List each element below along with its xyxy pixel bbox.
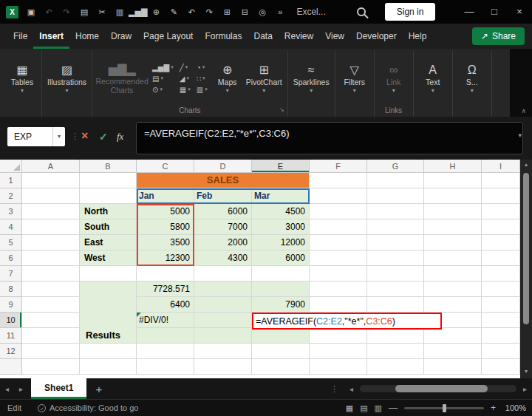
globe-icon[interactable]: ⊕	[147, 0, 165, 24]
cell-I6[interactable]	[482, 250, 520, 266]
cell-C5[interactable]: 3500	[137, 235, 194, 250]
undo-icon[interactable]: ↶	[40, 0, 58, 24]
cell-C9[interactable]: 6400	[137, 297, 194, 313]
sparklines-button[interactable]: ≈Sparklines▾	[291, 62, 332, 95]
cell-B4[interactable]: South	[80, 219, 137, 235]
link-button[interactable]: ∞Link▾	[378, 62, 410, 95]
cell-E2[interactable]: Mar	[252, 188, 310, 204]
cell-G7[interactable]	[367, 266, 424, 282]
cell-I10[interactable]	[482, 313, 520, 328]
pie-chart-icon[interactable]: ◔▾	[197, 64, 208, 72]
sheet-more-icon[interactable]: ⋮	[324, 384, 344, 394]
cell-B1[interactable]	[80, 173, 137, 188]
cell-F1[interactable]	[310, 173, 367, 188]
cell-H8[interactable]	[424, 282, 482, 297]
cell-H6[interactable]	[424, 250, 482, 266]
cell-A6[interactable]	[22, 250, 80, 266]
draw-icon[interactable]: ✎	[165, 0, 183, 24]
cell-G4[interactable]	[367, 219, 424, 235]
cell-G12[interactable]	[367, 344, 424, 359]
cell-F3[interactable]	[310, 204, 367, 219]
sheet-nav-right-icon[interactable]: ▸	[14, 385, 28, 393]
cell-F4[interactable]	[310, 219, 367, 235]
cell-C8[interactable]: 7728.571	[137, 282, 194, 297]
cell-G13[interactable]	[367, 359, 424, 375]
row-header-11[interactable]: 11	[0, 328, 22, 344]
row-header-10[interactable]: 10	[0, 313, 22, 328]
cell-H13[interactable]	[424, 359, 482, 375]
cell-C12[interactable]	[137, 344, 194, 359]
recommended-charts-button[interactable]: ▅▇▂Recommended Charts	[95, 61, 149, 96]
cell-A8[interactable]	[22, 282, 80, 297]
cell-F7[interactable]	[310, 266, 367, 282]
cell-C13[interactable]	[137, 359, 194, 375]
maximize-button[interactable]: □	[482, 0, 507, 24]
cell-B6[interactable]: West	[80, 250, 137, 266]
menu-tab-review[interactable]: Review	[279, 24, 319, 49]
vertical-scrollbar[interactable]: ▴ ▾	[520, 160, 532, 378]
cell-E5[interactable]: 12000	[252, 235, 310, 250]
cell-F9[interactable]	[310, 297, 367, 313]
cell-B13[interactable]	[80, 359, 137, 375]
cell-D6[interactable]: 4300	[194, 250, 252, 266]
cell-G11[interactable]	[367, 328, 424, 344]
cell-E13[interactable]	[252, 359, 310, 375]
minimize-button[interactable]: —	[457, 0, 482, 24]
cell-A1[interactable]	[22, 173, 80, 188]
cell-D7[interactable]	[194, 266, 252, 282]
select-all-corner[interactable]	[0, 160, 22, 173]
cell-I2[interactable]	[482, 188, 520, 204]
more-commands-icon[interactable]: »	[271, 0, 289, 24]
cell-I12[interactable]	[482, 344, 520, 359]
cell-E7[interactable]	[252, 266, 310, 282]
row-header-6[interactable]: 6	[0, 250, 22, 266]
cell-B8[interactable]: Results	[80, 282, 137, 344]
row-header-13[interactable]	[0, 359, 22, 375]
cell-E6[interactable]: 6000	[252, 250, 310, 266]
menu-tab-view[interactable]: View	[319, 24, 350, 49]
cell-C7[interactable]	[137, 266, 194, 282]
cell-D13[interactable]	[194, 359, 252, 375]
horizontal-scrollbar[interactable]	[360, 385, 516, 392]
cell-H3[interactable]	[424, 204, 482, 219]
row-header-4[interactable]: 4	[0, 219, 22, 235]
cell-D8[interactable]	[194, 282, 252, 297]
row-header-5[interactable]: 5	[0, 235, 22, 250]
cell-G5[interactable]	[367, 235, 424, 250]
normal-view-icon[interactable]: ▦	[346, 403, 353, 413]
sheet-nav-left-icon[interactable]: ◂	[0, 385, 14, 393]
hscroll-left-icon[interactable]: ◂	[344, 385, 358, 393]
combo-chart-icon[interactable]: ▦▾	[180, 86, 191, 94]
cell-A13[interactable]	[22, 359, 80, 375]
cell-A11[interactable]	[22, 328, 80, 344]
column-header-I[interactable]: I	[482, 160, 520, 173]
cell-H2[interactable]	[424, 188, 482, 204]
formula-input[interactable]: =AVERAGEIF(C2:E2,"*e*",C3:C6)	[136, 122, 523, 154]
cell-D5[interactable]: 2000	[194, 235, 252, 250]
page-break-view-icon[interactable]: ▥	[375, 403, 382, 413]
cell-G2[interactable]	[367, 188, 424, 204]
cell-C11[interactable]	[137, 328, 194, 344]
column-header-G[interactable]: G	[367, 160, 424, 173]
cell-A9[interactable]	[22, 297, 80, 313]
cell-I11[interactable]	[482, 328, 520, 344]
cell-I13[interactable]	[482, 359, 520, 375]
delete-table-icon[interactable]: ⊟	[236, 0, 253, 24]
cell-C6[interactable]: 12300	[137, 250, 194, 266]
cell-I9[interactable]	[482, 297, 520, 313]
menu-tab-home[interactable]: Home	[69, 24, 105, 49]
cell-D10[interactable]	[194, 313, 252, 328]
cell-E8[interactable]	[252, 282, 310, 297]
bar-chart-icon[interactable]: ▤▾	[152, 75, 174, 83]
stock-chart-icon[interactable]: ▥▾	[197, 86, 208, 94]
insert-function-button[interactable]: fx	[117, 131, 123, 143]
cell-B7[interactable]	[80, 266, 137, 282]
formula-edit-overlay[interactable]: =AVERAGEIF(C2:E2,"*e*",C3:C6)	[252, 313, 442, 330]
cell-H12[interactable]	[424, 344, 482, 359]
zoom-thumb[interactable]	[443, 404, 446, 412]
cell-H11[interactable]	[424, 328, 482, 344]
cell-E4[interactable]: 3000	[252, 219, 310, 235]
cell-F11[interactable]	[310, 328, 367, 344]
cell-I1[interactable]	[482, 173, 520, 188]
cell-I8[interactable]	[482, 282, 520, 297]
